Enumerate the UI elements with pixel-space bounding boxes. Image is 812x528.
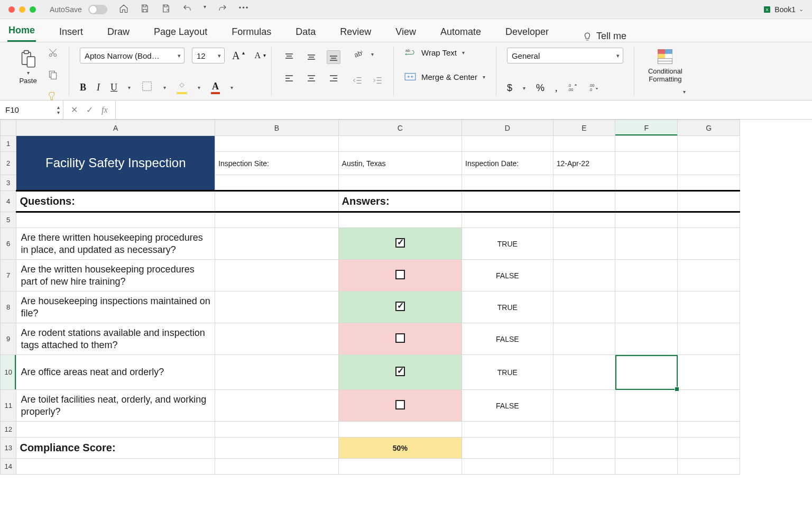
- currency-icon[interactable]: $: [507, 83, 512, 94]
- select-all-corner[interactable]: [1, 120, 16, 136]
- cell[interactable]: [16, 422, 215, 438]
- maximize-window-button[interactable]: [30, 6, 36, 13]
- chevron-down-icon[interactable]: ▾: [198, 85, 200, 90]
- checkbox-icon[interactable]: [395, 367, 405, 376]
- close-window-button[interactable]: [8, 6, 15, 13]
- cut-icon[interactable]: [48, 48, 58, 60]
- checkbox-icon[interactable]: [395, 270, 405, 279]
- cell[interactable]: [615, 191, 678, 212]
- cell[interactable]: [553, 228, 615, 260]
- cell[interactable]: [678, 422, 740, 438]
- autosave-toggle[interactable]: [88, 5, 107, 14]
- comma-icon[interactable]: ,: [555, 83, 558, 94]
- row-header[interactable]: 3: [1, 175, 16, 191]
- cell[interactable]: [338, 175, 462, 191]
- decrease-indent-icon[interactable]: [352, 76, 363, 87]
- paste-button[interactable]: ▾ Paste: [16, 48, 40, 87]
- cell[interactable]: [678, 260, 740, 292]
- save-as-icon[interactable]: [161, 4, 171, 15]
- cell[interactable]: [678, 323, 740, 355]
- cell[interactable]: [215, 323, 339, 355]
- cell-question[interactable]: Are housekeeping inspections maintained …: [16, 292, 215, 323]
- row-header[interactable]: 6: [1, 228, 16, 260]
- cell[interactable]: [678, 459, 740, 475]
- row-header[interactable]: 9: [1, 323, 16, 355]
- cell-questions-label[interactable]: Questions:: [16, 191, 215, 212]
- borders-icon[interactable]: [141, 80, 153, 95]
- conditional-formatting-button[interactable]: Conditional Formatting: [645, 48, 686, 84]
- cell[interactable]: [215, 292, 339, 323]
- cell[interactable]: [553, 459, 615, 475]
- align-left-icon[interactable]: [282, 71, 296, 85]
- cell[interactable]: [215, 459, 339, 475]
- cell[interactable]: [615, 175, 678, 191]
- font-name-dropdown[interactable]: Aptos Narrow (Bod…▾: [80, 48, 184, 63]
- chevron-down-icon[interactable]: ▾: [163, 85, 166, 90]
- more-icon[interactable]: •••: [239, 4, 250, 15]
- cell[interactable]: [678, 390, 740, 422]
- cell-answer-value[interactable]: TRUE: [462, 292, 553, 323]
- cell[interactable]: [615, 292, 678, 323]
- checkbox-icon[interactable]: [395, 302, 405, 311]
- name-box-stepper[interactable]: ▴▾: [57, 105, 60, 115]
- spreadsheet-grid[interactable]: A B C D E F G 1 Facility Safety Inspecti…: [0, 120, 812, 528]
- copy-icon[interactable]: [48, 69, 58, 81]
- cell[interactable]: [553, 191, 615, 212]
- row-header[interactable]: 2: [1, 152, 16, 175]
- cell-answer-value[interactable]: FALSE: [462, 260, 553, 292]
- cell[interactable]: [615, 390, 678, 422]
- cell[interactable]: [553, 260, 615, 292]
- cell-question[interactable]: Are rodent stations available and inspec…: [16, 323, 215, 355]
- increase-font-icon[interactable]: A: [232, 50, 239, 62]
- cell-answer-checkbox[interactable]: [338, 292, 462, 323]
- cell[interactable]: [16, 459, 215, 475]
- cell[interactable]: [553, 438, 615, 459]
- tab-draw[interactable]: Draw: [106, 23, 131, 42]
- cell[interactable]: [462, 438, 553, 459]
- bold-button[interactable]: B: [80, 82, 86, 93]
- cell-compliance-label[interactable]: Compliance Score:: [16, 438, 215, 459]
- row-header[interactable]: 14: [1, 459, 16, 475]
- cell-selected-F10[interactable]: [615, 355, 678, 390]
- cell[interactable]: [553, 355, 615, 390]
- cell[interactable]: [338, 212, 462, 228]
- tab-automate[interactable]: Automate: [439, 23, 482, 42]
- orientation-icon[interactable]: ab: [352, 48, 364, 61]
- row-header[interactable]: 11: [1, 390, 16, 422]
- cell[interactable]: [462, 212, 553, 228]
- cell[interactable]: [553, 292, 615, 323]
- cell-title[interactable]: Facility Safety Inspection: [16, 136, 215, 191]
- cell[interactable]: [678, 228, 740, 260]
- cell-compliance-value[interactable]: 50%: [338, 438, 462, 459]
- cell-answer-value[interactable]: TRUE: [462, 355, 553, 390]
- cell-answer-checkbox[interactable]: [338, 228, 462, 260]
- cell[interactable]: [215, 438, 339, 459]
- chevron-down-icon[interactable]: ▾: [523, 85, 525, 91]
- cell[interactable]: [338, 136, 462, 152]
- cell[interactable]: [553, 323, 615, 355]
- align-center-icon[interactable]: [304, 71, 318, 85]
- cell[interactable]: [615, 228, 678, 260]
- cell-answer-checkbox[interactable]: [338, 390, 462, 422]
- formula-input[interactable]: [116, 101, 812, 119]
- save-icon[interactable]: [140, 4, 150, 15]
- tab-data[interactable]: Data: [294, 23, 317, 42]
- cell-answer-checkbox[interactable]: [338, 260, 462, 292]
- minimize-window-button[interactable]: [19, 6, 25, 13]
- tab-developer[interactable]: Developer: [504, 23, 550, 42]
- align-top-icon[interactable]: [282, 50, 296, 64]
- cell[interactable]: [678, 152, 740, 175]
- home-icon[interactable]: [119, 4, 128, 15]
- cell[interactable]: [215, 175, 339, 191]
- cell[interactable]: [16, 212, 215, 228]
- cell[interactable]: [678, 175, 740, 191]
- cell[interactable]: [615, 438, 678, 459]
- name-box[interactable]: F10 ▴▾: [0, 101, 63, 119]
- row-header[interactable]: 10: [1, 355, 16, 390]
- tab-page-layout[interactable]: Page Layout: [153, 23, 208, 42]
- tab-review[interactable]: Review: [339, 23, 372, 42]
- col-header-F[interactable]: F: [615, 120, 678, 136]
- cell-inspection-site-label[interactable]: Inspection Site:: [215, 152, 339, 175]
- undo-dropdown-icon[interactable]: ▾: [204, 4, 206, 15]
- cell[interactable]: [553, 390, 615, 422]
